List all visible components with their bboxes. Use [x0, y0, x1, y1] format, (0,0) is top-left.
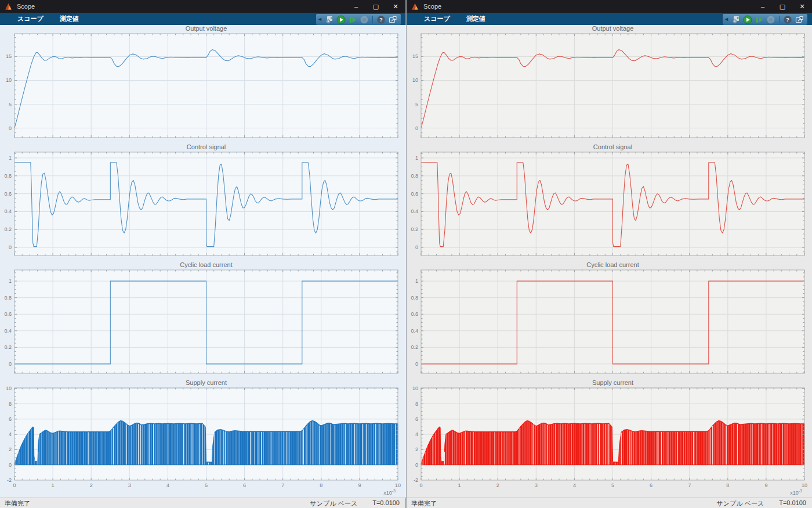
- svg-text:0.4: 0.4: [4, 328, 12, 334]
- toolbar: ◄: [722, 13, 808, 26]
- toolbar-collapse-chevron[interactable]: ◄: [317, 17, 322, 22]
- svg-text:0.6: 0.6: [4, 311, 12, 317]
- highlight-block-button[interactable]: [795, 15, 804, 24]
- status-bar: 準備完了 サンプル ベース T=0.0100: [407, 498, 812, 508]
- help-button[interactable]: ?: [376, 15, 386, 24]
- minimize-button[interactable]: –: [753, 0, 773, 13]
- chart-client-area: 051015Output voltage00.20.40.60.81Contro…: [0, 25, 406, 498]
- menu-tab-measure[interactable]: 測定値: [458, 13, 494, 25]
- svg-text:0: 0: [9, 244, 12, 250]
- svg-text:0.4: 0.4: [411, 328, 418, 334]
- svg-text:0: 0: [13, 482, 16, 488]
- svg-text:2: 2: [90, 482, 93, 488]
- svg-text:0: 0: [9, 125, 12, 131]
- window-title: Scope: [17, 3, 346, 10]
- svg-text:10: 10: [412, 77, 418, 83]
- svg-text:-2: -2: [414, 477, 418, 483]
- svg-text:10: 10: [412, 385, 418, 391]
- svg-text:10: 10: [395, 482, 401, 488]
- menu-tab-measure[interactable]: 測定値: [52, 13, 87, 25]
- svg-text:0.8: 0.8: [4, 173, 12, 179]
- run-button[interactable]: [336, 15, 346, 24]
- settings-icon[interactable]: [731, 15, 741, 24]
- svg-text:4: 4: [415, 431, 418, 437]
- svg-text:10: 10: [802, 482, 807, 488]
- help-button[interactable]: ?: [783, 15, 792, 24]
- status-bar: 準備完了 サンプル ベース T=0.0100: [0, 498, 405, 508]
- svg-text:15: 15: [6, 53, 12, 59]
- svg-text:-2: -2: [7, 477, 12, 483]
- svg-text:8: 8: [9, 401, 12, 407]
- window-title: Scope: [423, 3, 753, 10]
- svg-text:Supply current: Supply current: [186, 379, 227, 386]
- svg-text:5: 5: [611, 482, 614, 488]
- status-ready: 準備完了: [411, 499, 717, 508]
- menu-bar: スコープ 測定値 ◄: [407, 13, 812, 25]
- svg-text:x10-3: x10-3: [383, 489, 396, 496]
- svg-text:2: 2: [9, 446, 12, 452]
- svg-text:6: 6: [415, 416, 418, 422]
- svg-text:6: 6: [9, 416, 12, 422]
- svg-text:?: ?: [786, 16, 789, 23]
- svg-text:Cyclic load current: Cyclic load current: [586, 261, 639, 268]
- svg-text:0.2: 0.2: [4, 344, 12, 350]
- scope-charts-svg: 051015Output voltage00.20.40.60.81Contro…: [0, 25, 406, 498]
- highlight-block-button[interactable]: [388, 15, 397, 24]
- svg-text:1: 1: [9, 155, 12, 161]
- svg-text:9: 9: [358, 482, 361, 488]
- toolbar: ◄: [316, 13, 401, 26]
- step-forward-button[interactable]: [348, 15, 357, 24]
- scope-window-right: Scope – ▢ ✕ スコープ 測定値 ◄: [406, 0, 812, 508]
- svg-text:0.6: 0.6: [411, 191, 418, 197]
- title-bar: Scope – ▢ ✕: [407, 0, 812, 13]
- svg-text:4: 4: [9, 431, 12, 437]
- svg-text:7: 7: [281, 482, 284, 488]
- stop-button[interactable]: [360, 15, 369, 24]
- svg-text:x10-3: x10-3: [790, 489, 802, 496]
- menu-tab-scope[interactable]: スコープ: [416, 13, 458, 25]
- svg-text:0.6: 0.6: [4, 191, 12, 197]
- svg-text:15: 15: [412, 53, 418, 59]
- svg-text:Output voltage: Output voltage: [592, 25, 634, 32]
- svg-text:1: 1: [9, 278, 12, 284]
- stop-button[interactable]: [766, 15, 775, 24]
- settings-icon[interactable]: [325, 15, 334, 24]
- svg-text:7: 7: [688, 482, 691, 488]
- svg-text:6: 6: [650, 482, 652, 488]
- svg-text:0.8: 0.8: [411, 173, 418, 179]
- toolbar-collapse-chevron[interactable]: ◄: [724, 17, 729, 22]
- run-button[interactable]: [743, 15, 752, 24]
- svg-text:0.2: 0.2: [4, 226, 12, 232]
- svg-text:0.4: 0.4: [411, 208, 418, 214]
- status-ready: 準備完了: [5, 499, 310, 508]
- menu-bar: スコープ 測定値 ◄: [0, 13, 405, 25]
- scope-window-left: Scope – ▢ ✕ スコープ 測定値 ◄: [0, 0, 406, 508]
- svg-text:3: 3: [535, 482, 538, 488]
- svg-text:0.2: 0.2: [411, 226, 418, 232]
- maximize-button[interactable]: ▢: [366, 0, 386, 13]
- svg-text:0: 0: [415, 361, 418, 367]
- close-button[interactable]: ✕: [792, 0, 812, 13]
- svg-text:1: 1: [52, 482, 55, 488]
- svg-text:0.6: 0.6: [411, 311, 418, 317]
- svg-text:0.8: 0.8: [411, 295, 418, 301]
- status-time: T=0.0100: [779, 499, 806, 508]
- menu-tab-scope[interactable]: スコープ: [9, 13, 52, 25]
- svg-text:0: 0: [415, 462, 418, 468]
- matlab-logo-icon: [411, 3, 419, 10]
- step-forward-button[interactable]: [755, 15, 764, 24]
- close-button[interactable]: ✕: [386, 0, 405, 13]
- svg-text:2: 2: [415, 446, 418, 452]
- svg-text:Supply current: Supply current: [592, 379, 633, 386]
- svg-text:0: 0: [419, 482, 422, 488]
- svg-text:1: 1: [415, 155, 418, 161]
- svg-text:Output voltage: Output voltage: [186, 25, 227, 32]
- toolbar-separator: [779, 16, 780, 23]
- maximize-button[interactable]: ▢: [773, 0, 792, 13]
- svg-text:4: 4: [166, 482, 169, 488]
- minimize-button[interactable]: –: [346, 0, 366, 13]
- svg-text:Control signal: Control signal: [593, 143, 632, 150]
- svg-text:9: 9: [764, 482, 767, 488]
- svg-text:10: 10: [6, 385, 12, 391]
- svg-text:3: 3: [128, 482, 131, 488]
